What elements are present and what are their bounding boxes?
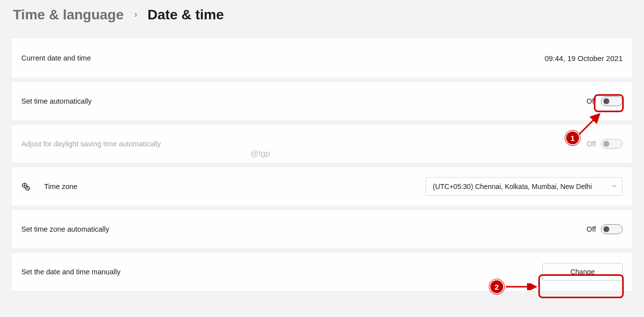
row-current-datetime: Current date and time 09:44, 19 October …: [11, 38, 633, 78]
time-zone-label: Time zone: [44, 183, 77, 190]
set-timezone-automatically-toggle[interactable]: [601, 224, 623, 234]
dst-label: Adjust for daylight saving time automati…: [21, 140, 161, 148]
globe-clock-icon: [21, 182, 30, 191]
time-zone-selected: (UTC+05:30) Chennai, Kolkata, Mumbai, Ne…: [433, 183, 611, 190]
page-title: Date & time: [148, 7, 224, 23]
row-time-zone: Time zone (UTC+05:30) Chennai, Kolkata, …: [11, 167, 633, 206]
breadcrumb-parent[interactable]: Time & language: [13, 7, 124, 23]
set-manually-label: Set the date and time manually: [21, 268, 120, 276]
set-timezone-automatically-label: Set time zone automatically: [21, 225, 109, 233]
dst-state: Off: [586, 140, 596, 148]
dst-toggle: [601, 139, 623, 149]
chevron-right-icon: [133, 10, 139, 20]
set-timezone-automatically-state: Off: [586, 225, 596, 233]
change-button[interactable]: Change: [542, 263, 623, 281]
time-zone-select[interactable]: (UTC+05:30) Chennai, Kolkata, Mumbai, Ne…: [425, 177, 623, 196]
current-datetime-label: Current date and time: [21, 54, 91, 62]
row-set-timezone-automatically: Set time zone automatically Off: [11, 209, 633, 249]
chevron-down-icon: [611, 183, 617, 190]
row-set-manually: Set the date and time manually Change: [11, 252, 633, 292]
set-time-automatically-label: Set time automatically: [21, 97, 92, 105]
row-set-time-automatically: Set time automatically Off: [11, 81, 633, 121]
current-datetime-value: 09:44, 19 October 2021: [544, 54, 623, 63]
breadcrumb: Time & language Date & time: [13, 7, 633, 23]
set-time-automatically-toggle[interactable]: [601, 96, 623, 106]
row-dst-automatically: Adjust for daylight saving time automati…: [11, 124, 633, 164]
set-time-automatically-state: Off: [586, 97, 596, 105]
